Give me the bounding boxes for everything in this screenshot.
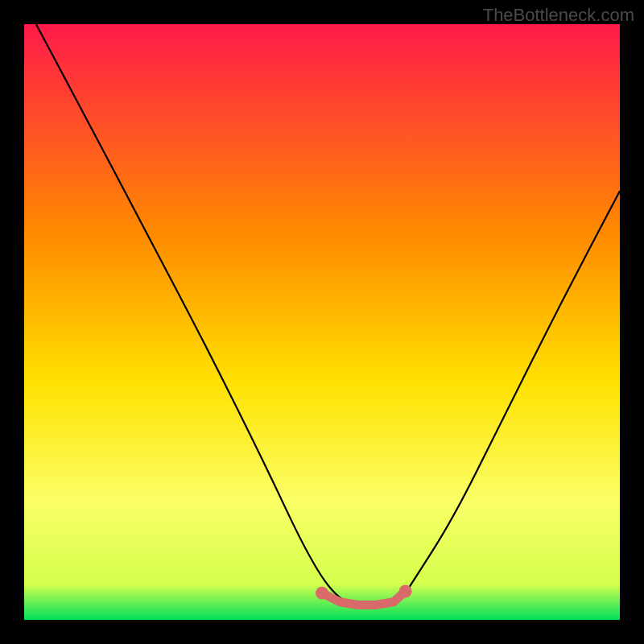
flat-zone-start-dot xyxy=(316,587,328,600)
watermark-text: TheBottleneck.com xyxy=(483,5,634,26)
gradient-background xyxy=(24,24,620,620)
chart-stage xyxy=(24,24,620,620)
flat-zone-end-dot xyxy=(399,584,412,597)
bottleneck-curve-chart xyxy=(24,24,620,620)
